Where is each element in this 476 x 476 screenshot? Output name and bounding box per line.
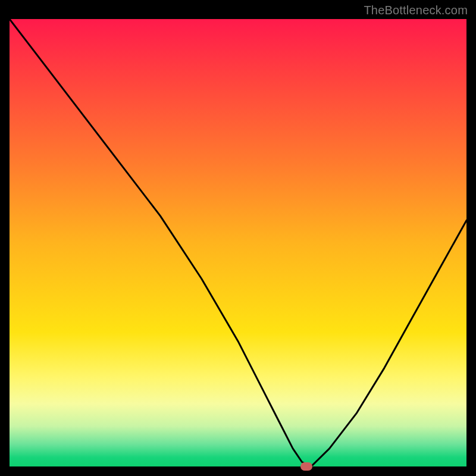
plot-area	[10, 19, 466, 466]
optimal-marker	[300, 462, 312, 471]
bottleneck-curve	[10, 19, 466, 466]
watermark-text: TheBottleneck.com	[364, 4, 468, 17]
chart-stage: TheBottleneck.com	[0, 0, 476, 476]
